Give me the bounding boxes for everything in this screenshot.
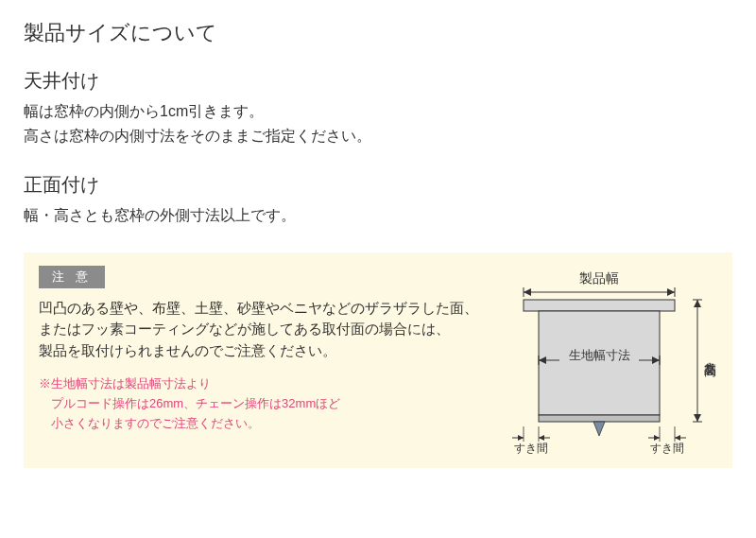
svg-marker-21 [518, 435, 524, 441]
svg-marker-3 [524, 288, 531, 296]
text-line: 幅・高さとも窓枠の外側寸法以上です。 [24, 207, 296, 223]
notice-line: またはフッ素コーティングなどが施してある取付面の場合には、 [39, 321, 450, 337]
label-fabric-width: 生地幅寸法 [569, 348, 630, 362]
section-text: 幅は窓枠の内側から1cm引きます。 高さは窓枠の内側寸法をそのままご指定ください… [24, 99, 732, 148]
notice-badge: 注 意 [39, 266, 105, 288]
notice-content: 注 意 凹凸のある壁や、布壁、土壁、砂壁やベニヤなどのザラザラした面、 またはフ… [39, 266, 491, 455]
page-title: 製品サイズについて [24, 19, 732, 47]
section-heading-front: 正面付け [24, 172, 732, 198]
label-gap-left: すき間 [514, 442, 548, 455]
notice-text: 凹凸のある壁や、布壁、土壁、砂壁やベニヤなどのザラザラした面、 またはフッ素コー… [39, 298, 491, 361]
svg-marker-27 [654, 435, 660, 441]
svg-marker-23 [539, 435, 544, 441]
svg-rect-5 [524, 300, 675, 311]
section-text: 幅・高さとも窓枠の外側寸法以上です。 [24, 203, 732, 228]
svg-marker-4 [667, 288, 675, 296]
section-heading-ceiling: 天井付け [24, 68, 732, 94]
label-product-width: 製品幅 [579, 270, 619, 286]
svg-marker-29 [675, 435, 680, 441]
notice-warning: ※生地幅寸法は製品幅寸法より プルコード操作は26mm、チェーン操作は32mmほ… [39, 374, 491, 433]
notice-line: 製品を取付けられませんのでご注意ください。 [39, 343, 336, 358]
label-product-height: 製品高さ [704, 353, 718, 376]
notice-line: 凹凸のある壁や、布壁、土壁、砂壁やベニヤなどのザラザラした面、 [39, 301, 478, 316]
notice-box: 注 意 凹凸のある壁や、布壁、土壁、砂壁やベニヤなどのザラザラした面、 またはフ… [24, 252, 732, 468]
warning-line: ※生地幅寸法は製品幅寸法より [39, 376, 211, 390]
svg-marker-18 [694, 300, 701, 307]
svg-marker-8 [593, 422, 605, 436]
section-ceiling: 天井付け 幅は窓枠の内側から1cm引きます。 高さは窓枠の内側寸法をそのままご指… [24, 68, 732, 148]
section-front: 正面付け 幅・高さとも窓枠の外側寸法以上です。 [24, 172, 732, 228]
svg-marker-19 [694, 414, 701, 422]
product-diagram: 製品幅 生地幅寸法 製品高さ [505, 266, 717, 455]
text-line: 幅は窓枠の内側から1cm引きます。 [24, 103, 264, 119]
text-line: 高さは窓枠の内側寸法をそのままご指定ください。 [24, 128, 371, 144]
svg-rect-7 [539, 415, 660, 422]
warning-line: 小さくなりますのでご注意ください。 [39, 414, 491, 434]
warning-line: プルコード操作は26mm、チェーン操作は32mmほど [39, 394, 491, 414]
label-gap-right: すき間 [650, 442, 684, 455]
